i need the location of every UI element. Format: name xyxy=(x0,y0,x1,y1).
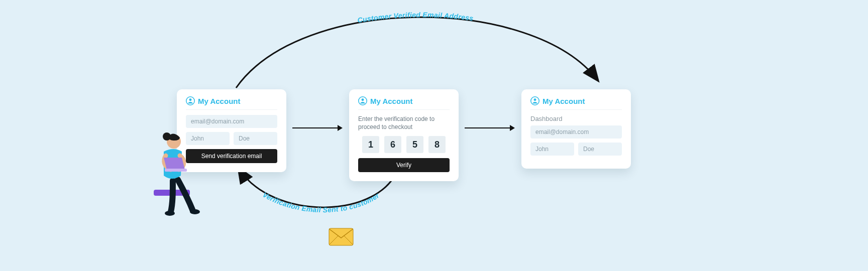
card-header: My Account xyxy=(530,96,622,110)
code-digit-2[interactable]: 6 xyxy=(384,136,401,153)
card-verify-code: My Account Enter the verification code t… xyxy=(349,89,459,181)
verify-button[interactable]: Verify xyxy=(358,158,450,172)
card-title: My Account xyxy=(370,97,412,105)
arrow-step-1-to-2 xyxy=(292,127,342,128)
svg-rect-12 xyxy=(165,169,187,172)
first-name-field: John xyxy=(530,143,574,156)
svg-point-8 xyxy=(190,209,200,214)
last-name-field: Doe xyxy=(578,143,622,156)
svg-rect-6 xyxy=(329,228,353,245)
card-header: My Account xyxy=(358,96,450,110)
person-illustration xyxy=(149,125,204,216)
user-icon xyxy=(358,96,367,105)
svg-point-3 xyxy=(362,98,364,101)
envelope-icon xyxy=(329,228,354,246)
label-top-curve: Customer Verified Email Address xyxy=(357,11,474,24)
code-digit-4[interactable]: 8 xyxy=(428,136,446,153)
user-icon xyxy=(530,96,539,105)
svg-point-1 xyxy=(189,98,192,101)
dashboard-label: Dashboard xyxy=(530,115,622,122)
card-title: My Account xyxy=(198,97,240,105)
code-boxes: 1 6 5 8 xyxy=(358,136,450,153)
svg-point-5 xyxy=(534,98,536,101)
code-digit-3[interactable]: 5 xyxy=(406,136,423,153)
label-bottom-curve: Verification Email Sent to customer xyxy=(261,190,381,214)
email-field: email@domain.com xyxy=(530,125,622,139)
user-icon xyxy=(186,96,195,105)
card-subtitle: Enter the verification code to proceed t… xyxy=(358,115,450,131)
card-header: My Account xyxy=(186,96,277,110)
last-name-field[interactable]: Doe xyxy=(234,132,277,145)
arrow-step-2-to-3 xyxy=(465,127,514,128)
code-digit-1[interactable]: 1 xyxy=(362,136,379,153)
card-title: My Account xyxy=(542,97,585,105)
svg-point-9 xyxy=(165,211,175,216)
arrow-top-curve xyxy=(236,17,598,88)
card-dashboard: My Account Dashboard email@domain.com Jo… xyxy=(521,89,631,169)
